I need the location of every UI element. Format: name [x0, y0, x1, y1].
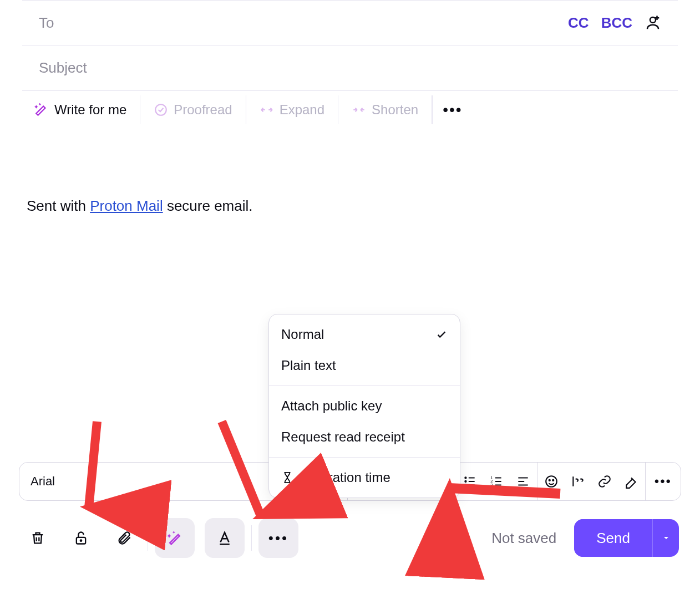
send-button[interactable]: Send [574, 519, 652, 557]
more-options-menu: Normal Plain text Attach public key Requ… [268, 314, 460, 498]
svg-point-4 [465, 481, 466, 482]
menu-item-expiration[interactable]: Expiration time [269, 462, 460, 493]
svg-text:3: 3 [490, 483, 493, 488]
text-format-button[interactable] [205, 518, 245, 558]
expand-arrows-icon [260, 103, 274, 117]
add-contact-icon[interactable] [645, 14, 661, 31]
menu-item-read-receipt[interactable]: Request read receipt [269, 422, 460, 453]
bottom-toolbar: ••• Not saved Send [21, 517, 679, 559]
menu-item-normal[interactable]: Normal [269, 319, 460, 350]
menu-item-plain-text[interactable]: Plain text [269, 350, 460, 381]
svg-point-13 [80, 540, 82, 541]
shorten-button[interactable]: Shorten [338, 95, 432, 124]
proofread-button[interactable]: Proofread [140, 95, 246, 124]
shorten-arrows-icon [352, 103, 366, 117]
text-a-icon [216, 530, 233, 546]
ai-more-button[interactable]: ••• [433, 101, 472, 119]
write-for-me-button[interactable]: Write for me [34, 95, 140, 124]
clear-format-icon[interactable] [624, 474, 638, 489]
svg-point-11 [552, 480, 554, 481]
ai-assist-button[interactable] [155, 518, 195, 558]
to-input[interactable] [39, 14, 568, 32]
lock-icon [73, 530, 89, 546]
quote-icon[interactable] [571, 474, 585, 489]
menu-item-attach-key-label: Attach public key [281, 398, 382, 414]
send-dropdown-button[interactable] [652, 519, 679, 557]
more-options-button[interactable]: ••• [258, 518, 298, 558]
menu-item-read-receipt-label: Request read receipt [281, 429, 405, 445]
menu-item-normal-label: Normal [281, 327, 324, 342]
shorten-label: Shorten [372, 102, 418, 118]
ordered-list-icon[interactable]: 123 [489, 474, 504, 489]
subject-row [22, 45, 678, 91]
menu-item-plain-label: Plain text [281, 358, 336, 373]
signature-prefix: Sent with [27, 197, 90, 214]
trash-icon [30, 530, 45, 546]
bcc-button[interactable]: BCC [601, 14, 632, 32]
save-status: Not saved [491, 530, 556, 547]
chevron-down-icon [662, 534, 671, 542]
link-icon[interactable] [597, 474, 612, 489]
expand-button[interactable]: Expand [246, 95, 338, 124]
cc-button[interactable]: CC [568, 14, 589, 32]
encryption-button[interactable] [64, 521, 98, 555]
signature-suffix: secure email. [163, 197, 253, 214]
dots-icon: ••• [268, 530, 288, 547]
subject-input[interactable] [39, 59, 661, 77]
attachment-button[interactable] [108, 521, 141, 555]
write-for-me-label: Write for me [54, 102, 126, 118]
ai-toolbar: Write for me Proofread Expand Shorten ••… [22, 91, 678, 129]
to-row: CC BCC [22, 0, 678, 45]
svg-point-9 [546, 476, 557, 487]
proton-mail-link[interactable]: Proton Mail [90, 197, 163, 214]
magic-wand-icon [166, 530, 183, 546]
paperclip-icon [116, 530, 132, 546]
delete-button[interactable] [21, 521, 54, 555]
svg-point-10 [549, 480, 550, 481]
proofread-label: Proofread [174, 102, 232, 118]
compose-body[interactable]: Sent with Proton Mail secure email. [0, 129, 700, 215]
send-group: Send [574, 519, 679, 557]
unordered-list-icon[interactable] [463, 474, 477, 489]
svg-point-1 [156, 104, 167, 115]
check-circle-icon [154, 103, 168, 117]
check-icon [435, 328, 448, 341]
font-family-label: Arial [31, 474, 55, 489]
align-icon[interactable] [516, 474, 530, 489]
svg-point-0 [650, 17, 656, 23]
menu-item-expiration-label: Expiration time [302, 470, 390, 485]
magic-pen-icon [34, 103, 49, 117]
hourglass-icon [281, 471, 293, 484]
emoji-icon[interactable] [544, 474, 559, 489]
font-family-selector[interactable]: Arial [19, 463, 292, 500]
expand-label: Expand [280, 102, 324, 118]
svg-point-5 [465, 484, 466, 485]
menu-item-attach-key[interactable]: Attach public key [269, 390, 460, 422]
svg-point-3 [465, 477, 466, 478]
format-more-button[interactable]: ••• [646, 474, 681, 489]
